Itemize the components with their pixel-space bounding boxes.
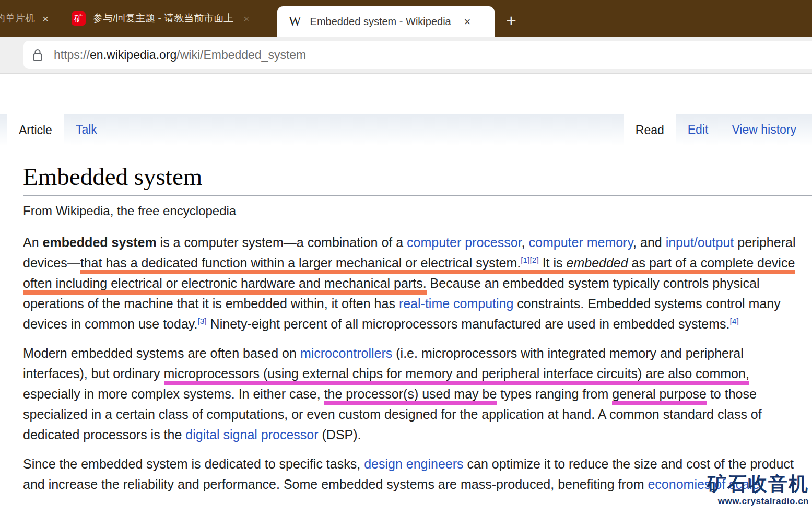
wikipedia-page: Not logged in Article Talk Read Edit Vie… [0, 114, 812, 495]
watermark-url: www.crystalradio.cn [707, 496, 809, 507]
highlight-orange: [1][2] [521, 255, 538, 274]
text-run: [3] [197, 317, 206, 331]
page-title: Embedded system [23, 162, 812, 191]
tab-title-fade [232, 5, 253, 31]
site-favicon: 矿 [72, 11, 86, 26]
text-run: Modern embedded systems are often based … [23, 346, 300, 360]
tab-edit[interactable]: Edit [676, 114, 720, 145]
reference-link[interactable]: [4] [730, 317, 739, 325]
wiki-link[interactable]: microcontrollers [300, 346, 392, 360]
text-run: is a computer system—a combination of a [157, 235, 407, 250]
tab-article[interactable]: Article [7, 114, 64, 146]
tab-label: Talk [76, 123, 97, 137]
wiki-link[interactable]: digital signal processor [185, 427, 318, 442]
tab-title: Embedded system - Wikipedia [310, 16, 464, 28]
article-nav-tabs: Article Talk Read Edit View history [0, 114, 812, 145]
bold-text: embedded system [43, 235, 157, 250]
browser-tab-1[interactable]: 的单片机 × [0, 0, 62, 37]
text-run: [4] [730, 317, 739, 331]
tab-close-icon[interactable]: × [42, 13, 49, 24]
highlight-magenta: the processor(s) used may be [324, 387, 497, 405]
tab-label: Edit [688, 123, 709, 137]
url-path: /wiki/Embedded_system [176, 48, 306, 62]
url-domain: en.wikipedia.org [90, 48, 176, 62]
tab-label: Read [636, 123, 664, 137]
article-paragraph: An embedded system is a computer system—… [23, 232, 809, 334]
tab-title: 参与/回复主题 - 请教当前市面上 [93, 11, 243, 25]
text-run: , [522, 235, 529, 250]
watermark-title: 矿石收音机 [707, 473, 809, 496]
text-run: types ranging from [497, 387, 612, 401]
tab-close-icon[interactable]: × [464, 16, 471, 27]
article-paragraph: Modern embedded systems are often based … [23, 343, 809, 445]
wiki-link[interactable]: computer memory [529, 235, 633, 250]
text-run: , and [633, 235, 666, 250]
highlight-orange: It is [539, 255, 567, 274]
highlight-orange: that has a dedicated function within a l… [80, 255, 521, 274]
tab-title: 的单片机 [0, 11, 35, 25]
url-protocol: https:// [54, 48, 90, 62]
tab-talk[interactable]: Talk [64, 114, 109, 145]
lock-icon [32, 48, 43, 62]
text-run: An [23, 235, 43, 250]
text-run: especially in more complex systems. In e… [23, 387, 324, 401]
browser-tab-bar: 的单片机 × 矿 参与/回复主题 - 请教当前市面上 × W Embedded … [0, 0, 812, 37]
tab-read[interactable]: Read [624, 114, 676, 146]
wiki-link[interactable]: design engineers [364, 457, 463, 471]
browser-tab-active[interactable]: W Embedded system - Wikipedia × [277, 6, 495, 37]
address-bar[interactable]: https://en.wikipedia.org/wiki/Embedded_s… [23, 41, 812, 69]
wiki-link[interactable]: computer processor [407, 235, 522, 250]
article-paragraph: Since the embedded system is dedicated t… [23, 454, 809, 495]
browser-tab-2[interactable]: 矿 参与/回复主题 - 请教当前市面上 × [62, 0, 277, 37]
text-run: (DSP). [319, 427, 361, 442]
wiki-link[interactable]: real-time computing [399, 296, 514, 311]
page-subtitle: From Wikipedia, the free encyclopedia [23, 204, 812, 218]
article-body: An embedded system is a computer system—… [23, 232, 809, 495]
tab-label: View history [732, 123, 796, 137]
title-divider [23, 195, 812, 196]
browser-toolbar: https://en.wikipedia.org/wiki/Embedded_s… [0, 37, 812, 74]
wiki-link[interactable]: input/output [666, 235, 734, 250]
nav-tabs-left: Article Talk [7, 114, 109, 145]
highlight-orange: embedded [567, 255, 628, 274]
tab-label: Article [19, 123, 52, 137]
wikipedia-favicon: W [289, 14, 301, 29]
reference-link[interactable]: [3] [197, 317, 206, 325]
nav-tabs-right: Read Edit View history [624, 114, 812, 145]
text-run: Ninety-eight percent of all microprocess… [207, 317, 730, 331]
text-run: Since the embedded system is dedicated t… [23, 457, 364, 471]
highlight-magenta: general purpose [612, 387, 707, 405]
site-watermark: 矿石收音机 www.crystalradio.cn [707, 473, 809, 507]
tab-view-history[interactable]: View history [720, 114, 812, 145]
url-text: https://en.wikipedia.org/wiki/Embedded_s… [54, 48, 306, 62]
new-tab-button[interactable]: + [506, 11, 516, 29]
reference-link[interactable]: [1][2] [521, 255, 538, 264]
highlight-magenta: microprocessors (using external chips fo… [164, 366, 749, 385]
